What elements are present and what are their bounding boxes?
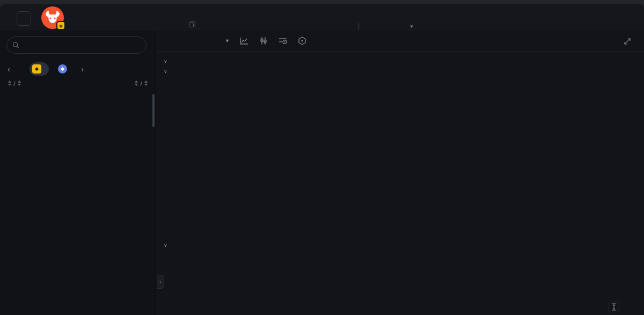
chart-panel: ▼ [156,31,644,315]
pane-expand-button[interactable]: › [157,275,164,289]
stat-token-tags: | [356,9,362,30]
axis-scale-icon [611,303,617,311]
tabs-scroll-left-icon[interactable]: ‹ [8,64,10,74]
ma-legend: ∨ [164,67,184,75]
axis-scale-button[interactable] [609,302,619,312]
tabs-scroll-right-icon[interactable]: › [81,64,84,74]
list-column-headers: / / [0,80,156,87]
filter-tabs: ‹ ◆ ◆ › [0,60,156,77]
copy-icon[interactable] [189,21,195,27]
stat-alpha-source: ▼ [408,9,414,30]
sort-icon [144,80,148,86]
collapse-icon[interactable]: ∨ [164,69,167,74]
volume-legend: ∨ [164,241,190,248]
search-input[interactable] [23,41,141,49]
bsc-badge-icon: ◆ [56,21,65,30]
search-icon [12,41,19,49]
ohlc-legend: ∨ [164,57,209,64]
sort-price-change[interactable]: / [134,80,148,87]
ethereum-chain-icon: ◆ [58,64,67,74]
collapse-icon[interactable]: ∨ [164,243,167,248]
tab-bsc[interactable]: ◆ [30,62,49,76]
collapse-icon[interactable]: ∨ [164,58,167,64]
source-selector[interactable]: ▼ [408,22,414,30]
top-strip [0,0,644,4]
token-header: ◆ | ▼ [0,4,644,31]
watchlist-star-button[interactable] [17,11,31,26]
trading-app: ◆ | ▼ [0,0,644,315]
sort-name-volume[interactable]: / [8,80,21,87]
token-search[interactable] [6,36,147,54]
tab-ethereum[interactable]: ◆ [55,62,75,76]
chevron-down-icon: ▼ [409,24,414,29]
sort-icon [18,80,21,86]
token-logo: ◆ [41,6,64,29]
sort-icon [135,80,138,86]
sort-icon [8,80,11,86]
sidebar-scrollbar[interactable] [152,94,155,127]
price-chart[interactable] [156,31,644,315]
bsc-chain-icon: ◆ [32,64,41,74]
token-sidebar: ‹ ◆ ◆ › / / [0,31,156,315]
